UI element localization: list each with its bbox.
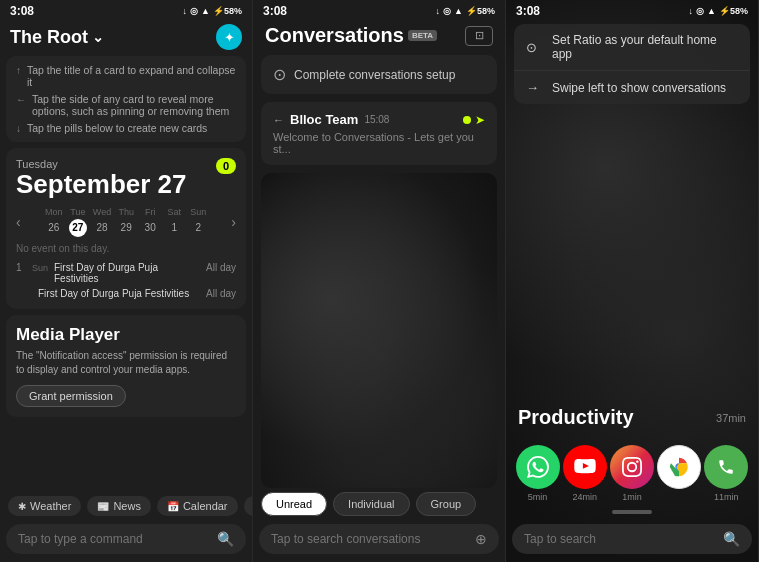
- media-player-title: Media Player: [16, 325, 236, 345]
- panel1-header: The Root ⌄ ✦: [0, 20, 252, 56]
- command-search-bar[interactable]: 🔍: [6, 524, 246, 554]
- tip-3: ↓ Tap the pills below to create new card…: [16, 122, 236, 134]
- conversations-bg: [261, 173, 497, 488]
- cal-day-tue[interactable]: Tue 27: [69, 207, 87, 237]
- conversations-setup[interactable]: ⊙ Complete conversations setup: [261, 55, 497, 94]
- setup-text: Complete conversations setup: [294, 68, 455, 82]
- conversations-search-bar[interactable]: ⊕: [259, 524, 499, 554]
- media-player-card: Media Player The "Notification access" p…: [6, 315, 246, 417]
- tip-left-icon: ←: [16, 94, 26, 105]
- filter-unread[interactable]: Unread: [261, 492, 327, 516]
- conv-arrow-icon: ←: [273, 114, 284, 126]
- cal-event-2: First Day of Durga Puja Festivities All …: [16, 288, 236, 299]
- conv-time: 15:08: [364, 114, 389, 125]
- panel1-footer: ✱ Weather 📰 News 📅 Calendar 🎵 Me 🔍: [0, 492, 252, 562]
- status-icons-3: ↓ ◎ ▲ ⚡58%: [689, 6, 748, 16]
- set-default-home-option[interactable]: ⊙ Set Ratio as your default home app: [514, 24, 750, 71]
- news-icon: 📰: [97, 501, 109, 512]
- app-instagram[interactable]: 1min: [610, 445, 654, 502]
- conv-name: Blloc Team: [290, 112, 358, 127]
- filter-group[interactable]: Group: [416, 492, 477, 516]
- cal-day-sat: Sat 1: [165, 207, 183, 237]
- search-home-icon: 🔍: [723, 531, 740, 547]
- productivity-time: 37min: [716, 412, 746, 424]
- status-time-3: 3:08: [516, 4, 540, 18]
- send-icon: ➤: [475, 113, 485, 127]
- conv-item-blloc[interactable]: ← Blloc Team 15:08 ➤ Welcome to Conversa…: [261, 102, 497, 165]
- status-bar-3: 3:08 ↓ ◎ ▲ ⚡58%: [506, 0, 758, 20]
- unread-dot: [463, 116, 471, 124]
- tip-2: ← Tap the side of any card to reveal mor…: [16, 93, 236, 117]
- cal-day-mon: Mon 26: [45, 207, 63, 237]
- status-icons-1: ↓ ◎ ▲ ⚡58%: [183, 6, 242, 16]
- tag-news[interactable]: 📰 News: [87, 496, 151, 516]
- status-time-2: 3:08: [263, 4, 287, 18]
- search-conv-icon: ⊕: [475, 531, 487, 547]
- calendar-icon: 📅: [167, 501, 179, 512]
- tip-down-icon: ↓: [16, 123, 21, 134]
- filter-individual[interactable]: Individual: [333, 492, 409, 516]
- cal-next-btn[interactable]: ›: [231, 214, 236, 230]
- phone-time: 11min: [714, 492, 739, 502]
- conv-preview: Welcome to Conversations - Lets get you …: [273, 131, 485, 155]
- cal-day-thu: Thu 29: [117, 207, 135, 237]
- home-indicator: [612, 510, 652, 514]
- app-icons-grid: 5min 24min 1min: [506, 435, 758, 506]
- spacer: [506, 110, 758, 396]
- productivity-label: Productivity: [518, 406, 634, 429]
- tip-1: ↑ Tap the title of a card to expand and …: [16, 64, 236, 88]
- conversations-header: Conversations BETA ⊡: [253, 20, 505, 55]
- cal-badge: 0: [216, 158, 236, 174]
- tips-card: ↑ Tap the title of a card to expand and …: [6, 56, 246, 142]
- grant-permission-button[interactable]: Grant permission: [16, 385, 126, 407]
- cal-week: ‹ Mon 26 Tue 27 Wed 28 Thu 29: [16, 207, 236, 237]
- home-search-input[interactable]: [524, 532, 723, 546]
- cal-day-fri: Fri 30: [141, 207, 159, 237]
- conversations-icon[interactable]: ⊡: [465, 26, 493, 46]
- media-player-desc: The "Notification access" permission is …: [16, 349, 236, 377]
- instagram-time: 1min: [622, 492, 642, 502]
- conversations-search-input[interactable]: [271, 532, 475, 546]
- panel1-title: The Root ⌄: [10, 27, 104, 48]
- cal-header: Tuesday September 27 0: [16, 158, 236, 199]
- status-bar-1: 3:08 ↓ ◎ ▲ ⚡58%: [0, 0, 252, 20]
- panel-conversations: 3:08 ↓ ◎ ▲ ⚡58% Conversations BETA ⊡ ⊙ C…: [253, 0, 506, 562]
- panel-root: 3:08 ↓ ◎ ▲ ⚡58% The Root ⌄ ✦ ↑ Tap the t…: [0, 0, 253, 562]
- home-options-card: ⊙ Set Ratio as your default home app → S…: [514, 24, 750, 104]
- beta-badge: BETA: [408, 30, 437, 41]
- root-icon[interactable]: ✦: [216, 24, 242, 50]
- command-input[interactable]: [18, 532, 217, 546]
- home-search-bar[interactable]: 🔍: [512, 524, 752, 554]
- app-youtube[interactable]: 24min: [563, 445, 607, 502]
- status-icons-2: ↓ ◎ ▲ ⚡58%: [436, 6, 495, 16]
- chevron-down-icon: ⌄: [92, 29, 104, 45]
- conversations-title: Conversations BETA: [265, 24, 437, 47]
- swipe-label: Swipe left to show conversations: [552, 81, 726, 95]
- whatsapp-time: 5min: [528, 492, 548, 502]
- status-bar-2: 3:08 ↓ ◎ ▲ ⚡58%: [253, 0, 505, 20]
- panel3-content: 3:08 ↓ ◎ ▲ ⚡58% ⊙ Set Ratio as your defa…: [506, 0, 758, 562]
- panel-home: 3:08 ↓ ◎ ▲ ⚡58% ⊙ Set Ratio as your defa…: [506, 0, 759, 562]
- app-chrome[interactable]: [657, 445, 701, 502]
- tag-me[interactable]: 🎵 Me: [244, 496, 252, 516]
- arrow-right-icon: →: [526, 80, 542, 95]
- app-phone[interactable]: 11min: [704, 445, 748, 502]
- tag-weather[interactable]: ✱ Weather: [8, 496, 81, 516]
- home-icon: ⊙: [526, 40, 542, 55]
- weather-icon: ✱: [18, 501, 26, 512]
- swipe-option[interactable]: → Swipe left to show conversations: [514, 71, 750, 104]
- cal-week-days: Mon 26 Tue 27 Wed 28 Thu 29 Fri 30: [45, 207, 207, 237]
- productivity-section: Productivity 37min: [506, 396, 758, 435]
- set-default-label: Set Ratio as your default home app: [552, 33, 738, 61]
- tag-pills-row: ✱ Weather 📰 News 📅 Calendar 🎵 Me: [0, 492, 252, 520]
- app-whatsapp[interactable]: 5min: [516, 445, 560, 502]
- tag-calendar[interactable]: 📅 Calendar: [157, 496, 238, 516]
- cal-prev-btn[interactable]: ‹: [16, 214, 21, 230]
- tip-up-icon: ↑: [16, 65, 21, 76]
- cal-date: September 27: [16, 170, 187, 199]
- phone-icon: [704, 445, 748, 489]
- instagram-icon: [610, 445, 654, 489]
- cal-event-day-label: Sun: [32, 263, 48, 273]
- youtube-icon: [563, 445, 607, 489]
- cal-event-1: 1 Sun First Day of Durga Puja Festivitie…: [16, 262, 236, 284]
